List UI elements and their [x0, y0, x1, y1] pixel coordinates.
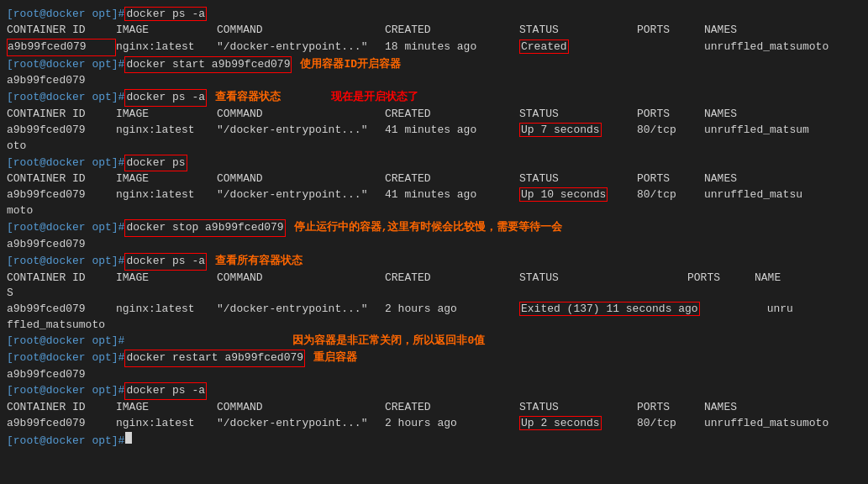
prompt-final: [root@docker opt]# — [7, 434, 124, 450]
cmd-line-3: [root@docker opt]#docker ps -a查看容器状态现在是开… — [7, 89, 861, 107]
table-header-3: CONTAINER IDIMAGECOMMANDCREATEDSTATUSPOR… — [7, 171, 861, 187]
output-8: a9b99fced079 — [7, 367, 861, 383]
col-h4-names: NAME — [755, 271, 781, 287]
cmd-highlight-4: docker ps — [124, 155, 187, 172]
final-prompt: [root@docker opt]# — [7, 432, 861, 450]
col-header-created: CREATED — [385, 23, 519, 39]
col-h4-container: CONTAINER ID — [7, 271, 116, 287]
status-2: Up 7 seconds — [519, 123, 637, 139]
col-h4-names-s: S — [7, 286, 13, 302]
created-3: 41 minutes ago — [385, 187, 519, 203]
names-2b: oto — [7, 139, 26, 155]
ports-5: 80/tcp — [637, 416, 704, 432]
status-box-1: Created — [519, 39, 569, 54]
col-h2-created: CREATED — [385, 107, 519, 123]
image-4: nginx:latest — [116, 302, 217, 318]
ports-3: 80/tcp — [637, 187, 704, 203]
col-h3-names: NAMES — [704, 171, 737, 187]
container-id-2: a9b99fced079 — [7, 123, 116, 139]
col-h2-names: NAMES — [704, 107, 737, 123]
col-h2-command: COMMAND — [217, 107, 385, 123]
col-h3-image: IMAGE — [116, 171, 217, 187]
created-5: 2 hours ago — [385, 416, 519, 432]
container-id-3: a9b99fced079 — [7, 187, 116, 203]
table-header-4: CONTAINER IDIMAGECOMMANDCREATEDSTATUSPOR… — [7, 271, 861, 287]
prompt: [root@docker opt]# — [7, 7, 124, 23]
status-1: Created — [519, 39, 637, 55]
terminal: [root@docker opt]#docker ps -a CONTAINER… — [7, 7, 861, 450]
col-h5-command: COMMAND — [217, 400, 385, 416]
status-box-2: Up 7 seconds — [519, 123, 602, 137]
comment-2: 使用容器ID开启容器 — [300, 57, 401, 73]
cmd-highlight-2: docker start a9b99fced079 — [124, 56, 292, 74]
cursor — [125, 432, 132, 444]
table-row-5: a9b99fced079nginx:latest"/docker-entrypo… — [7, 416, 861, 432]
table-row-4: a9b99fced079nginx:latest"/docker-entrypo… — [7, 302, 861, 318]
col-h4-created: CREATED — [385, 271, 519, 287]
output-text-2: a9b99fced079 — [7, 73, 86, 89]
col-h4-command: COMMAND — [217, 271, 385, 287]
col-h3-command: COMMAND — [217, 171, 385, 187]
names-1: unruffled_matsumoto — [704, 39, 829, 55]
comment-6: 查看所有容器状态 — [215, 254, 302, 270]
cmd-line-1: [root@docker opt]#docker ps -a — [7, 7, 861, 23]
table-row-1: a9b99fced079nginx:latest"/docker-entrypo… — [7, 39, 861, 56]
names-4b: ffled_matsumoto — [7, 318, 105, 334]
table-header-4b: S — [7, 286, 861, 302]
table-row-4b: ffled_matsumoto — [7, 318, 861, 334]
table-header-2: CONTAINER IDIMAGECOMMANDCREATEDSTATUSPOR… — [7, 107, 861, 123]
col-h3-ports: PORTS — [637, 171, 704, 187]
image-2: nginx:latest — [116, 123, 217, 139]
col-h3-container: CONTAINER ID — [7, 171, 116, 187]
cmd-highlight-5: docker stop a9b99fced079 — [124, 219, 285, 237]
cmd-highlight-6: docker ps -a — [124, 253, 207, 271]
col-h4-ports: PORTS — [687, 271, 755, 287]
table-row-2b: oto — [7, 139, 861, 155]
command-4: "/docker-entrypoint..." — [217, 302, 385, 318]
col-header-ports: PORTS — [637, 23, 704, 39]
cmd-line-9: [root@docker opt]#docker ps -a — [7, 382, 861, 400]
ports-2: 80/tcp — [637, 123, 704, 139]
status-box-4: Exited (137) 11 seconds ago — [519, 302, 700, 316]
created-1: 18 minutes ago — [385, 39, 519, 55]
cmd-line-5: [root@docker opt]#docker stop a9b99fced0… — [7, 219, 861, 237]
names-3: unruffled_matsu — [704, 187, 802, 203]
cmd-highlight: docker ps -a — [124, 7, 207, 21]
cmd-text: docker ps -a — [124, 7, 207, 23]
col-header-command: COMMAND — [217, 23, 385, 39]
col-header-container: CONTAINER ID — [7, 23, 116, 39]
col-h5-image: IMAGE — [116, 400, 217, 416]
table-header-5: CONTAINER IDIMAGECOMMANDCREATEDSTATUSPOR… — [7, 400, 861, 416]
names-5: unruffled_matsumoto — [704, 416, 829, 432]
col-header-image: IMAGE — [116, 23, 217, 39]
prompt-8: [root@docker opt]# — [7, 350, 124, 366]
comment-3: 查看容器状态 — [215, 90, 281, 106]
col-h5-ports: PORTS — [637, 400, 704, 416]
prompt-9: [root@docker opt]# — [7, 383, 124, 399]
col-h5-created: CREATED — [385, 400, 519, 416]
names-4: unru — [767, 302, 793, 318]
command-2: "/docker-entrypoint..." — [217, 123, 385, 139]
col-h2-status: STATUS — [519, 107, 637, 123]
col-h5-container: CONTAINER ID — [7, 400, 116, 416]
cmd-line-8: [root@docker opt]#docker restart a9b99fc… — [7, 350, 861, 367]
status-4: Exited (137) 11 seconds ago — [519, 302, 700, 318]
image-3: nginx:latest — [116, 187, 217, 203]
table-row-3b: moto — [7, 203, 861, 219]
output-2: a9b99fced079 — [7, 73, 861, 89]
cmd-line-4: [root@docker opt]#docker ps — [7, 155, 861, 172]
status-box-5: Up 2 seconds — [519, 416, 602, 430]
container-id-4: a9b99fced079 — [7, 302, 116, 318]
status-5: Up 2 seconds — [519, 416, 637, 432]
prompt-2: [root@docker opt]# — [7, 57, 124, 73]
command-5: "/docker-entrypoint..." — [217, 416, 385, 432]
cmd-highlight-3: docker ps -a — [124, 89, 207, 107]
col-h4-image: IMAGE — [116, 271, 217, 287]
image-1: nginx:latest — [116, 39, 217, 55]
comment-7: 因为容器是非正常关闭，所以返回非0值 — [292, 334, 485, 350]
prompt-6: [root@docker opt]# — [7, 254, 124, 270]
col-header-status: STATUS — [519, 23, 637, 39]
status-3: Up 10 seconds — [519, 187, 637, 203]
container-id-1: a9b99fced079 — [7, 39, 116, 56]
created-4: 2 hours ago — [385, 302, 519, 318]
